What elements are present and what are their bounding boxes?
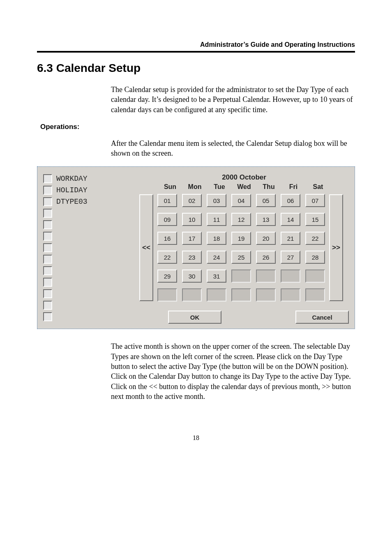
daytype-swatch[interactable] — [43, 186, 52, 195]
header-rule — [37, 51, 355, 53]
dialog-buttons: OK Cancel — [139, 311, 349, 324]
running-header: Administrator’s Guide and Operating Inst… — [37, 41, 355, 48]
cancel-button[interactable]: Cancel — [295, 311, 349, 324]
operations-heading: Operations: — [40, 123, 355, 131]
day-empty — [305, 288, 325, 302]
day-button[interactable]: 22 — [305, 232, 325, 245]
day-button[interactable]: 10 — [182, 213, 202, 226]
daytype-row-holiday: HOLIDAY — [43, 186, 125, 195]
day-button[interactable]: 19 — [231, 232, 251, 245]
day-button[interactable]: 13 — [256, 213, 276, 226]
daytype-swatch-empty[interactable] — [43, 255, 52, 264]
daytype-swatch-empty[interactable] — [43, 312, 52, 321]
day-button[interactable]: 17 — [182, 232, 202, 245]
after-paragraph: After the Calendar menu item is selected… — [111, 138, 355, 159]
daytype-label: HOLIDAY — [56, 186, 88, 194]
page-container: Administrator’s Guide and Operating Inst… — [0, 0, 392, 466]
weekday-wed: Wed — [234, 183, 254, 191]
day-button[interactable]: 21 — [281, 232, 300, 245]
day-empty — [281, 269, 300, 283]
calendar-row: 22 23 24 25 26 27 28 — [157, 251, 325, 264]
weekday-thu: Thu — [259, 183, 279, 191]
prev-month-button[interactable]: << — [139, 194, 153, 301]
day-button[interactable]: 16 — [157, 232, 177, 245]
daytype-swatch-empty[interactable] — [43, 209, 52, 218]
calendar-month-title: 2000 October — [139, 173, 349, 182]
day-button[interactable]: 25 — [231, 251, 251, 264]
day-button[interactable]: 15 — [305, 213, 325, 226]
day-button[interactable]: 04 — [231, 194, 251, 207]
calendar-setup-dialog: WORKDAY HOLIDAY DTYPE03 — [37, 166, 355, 329]
day-empty — [207, 288, 226, 302]
daytype-label: WORKDAY — [56, 175, 88, 183]
ok-button[interactable]: OK — [168, 311, 221, 324]
day-button[interactable]: 05 — [256, 194, 276, 207]
day-button[interactable]: 22 — [157, 251, 177, 264]
day-empty — [231, 269, 251, 283]
day-button[interactable]: 09 — [157, 213, 177, 226]
day-empty — [256, 269, 276, 283]
day-button[interactable]: 24 — [207, 251, 226, 264]
page-number: 18 — [37, 434, 355, 442]
daytype-swatch-empty[interactable] — [43, 266, 52, 275]
daytype-label: DTYPE03 — [56, 198, 88, 206]
day-button[interactable]: 27 — [281, 251, 300, 264]
calendar-block: 2000 October Sun Mon Tue Wed Thu Fri Sat… — [139, 173, 349, 324]
daytype-swatch-empty[interactable] — [43, 278, 52, 287]
weekday-fri: Fri — [284, 183, 303, 191]
day-button[interactable]: 23 — [182, 251, 202, 264]
daytype-list: WORKDAY HOLIDAY DTYPE03 — [43, 173, 125, 324]
explain-paragraph: The active month is shown on the upper c… — [111, 341, 355, 401]
day-button[interactable]: 26 — [256, 251, 276, 264]
day-button[interactable]: 06 — [281, 194, 300, 207]
weekday-tue: Tue — [210, 183, 229, 191]
day-button[interactable]: 28 — [305, 251, 325, 264]
day-button[interactable]: 31 — [207, 269, 226, 283]
daytype-swatch-empty[interactable] — [43, 301, 52, 310]
day-empty — [281, 288, 300, 302]
calendar-row — [157, 288, 325, 302]
calendar-row: 09 10 11 12 13 14 15 — [157, 213, 325, 226]
section-title: 6.3 Calendar Setup — [37, 62, 355, 75]
day-button[interactable]: 14 — [281, 213, 300, 226]
day-empty — [157, 288, 177, 302]
daytype-swatch-empty[interactable] — [43, 220, 52, 229]
day-button[interactable]: 02 — [182, 194, 202, 207]
day-empty — [182, 288, 202, 302]
day-button[interactable]: 20 — [256, 232, 276, 245]
day-button[interactable]: 03 — [207, 194, 226, 207]
day-empty — [256, 288, 276, 302]
calendar-row: 01 02 03 04 05 06 07 — [157, 194, 325, 207]
day-empty — [305, 269, 325, 283]
next-month-button[interactable]: >> — [329, 194, 343, 301]
weekday-sat: Sat — [308, 183, 328, 191]
day-button[interactable]: 07 — [305, 194, 325, 207]
daytype-swatch-empty[interactable] — [43, 289, 52, 298]
day-button[interactable]: 11 — [207, 213, 226, 226]
weekday-sun: Sun — [160, 183, 180, 191]
daytype-row-workday: WORKDAY — [43, 174, 125, 183]
dialog-inner: WORKDAY HOLIDAY DTYPE03 — [43, 173, 349, 324]
intro-paragraph: The Calendar setup is provided for the a… — [111, 85, 355, 115]
calendar-row: 29 30 31 — [157, 269, 325, 283]
day-button[interactable]: 01 — [157, 194, 177, 207]
day-button[interactable]: 30 — [182, 269, 202, 283]
weekday-mon: Mon — [185, 183, 205, 191]
daytype-swatch[interactable] — [43, 197, 52, 206]
daytype-swatch[interactable] — [43, 174, 52, 183]
day-button[interactable]: 29 — [157, 269, 177, 283]
day-button[interactable]: 12 — [231, 213, 251, 226]
daytype-swatch-empty[interactable] — [43, 232, 52, 241]
calendar-body: << 01 02 03 04 05 06 07 09 — [139, 194, 349, 302]
weekday-headers: Sun Mon Tue Wed Thu Fri Sat — [139, 183, 349, 191]
calendar-grid: 01 02 03 04 05 06 07 09 10 11 12 — [157, 194, 325, 302]
calendar-row: 16 17 18 19 20 21 22 — [157, 232, 325, 245]
daytype-swatch-empty[interactable] — [43, 243, 52, 252]
daytype-row-dtype03: DTYPE03 — [43, 197, 125, 206]
day-empty — [231, 288, 251, 302]
day-button[interactable]: 18 — [207, 232, 226, 245]
